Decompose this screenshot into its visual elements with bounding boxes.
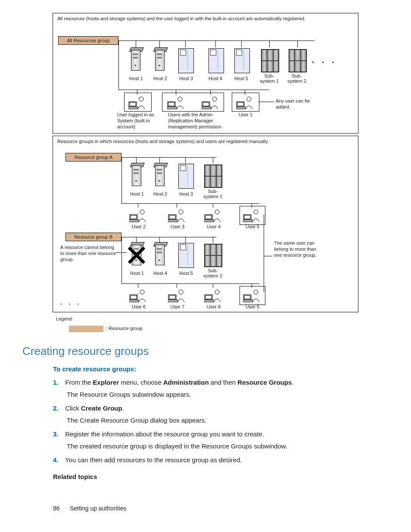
label-user2: User 2 bbox=[129, 224, 148, 229]
connector bbox=[185, 237, 186, 243]
connector bbox=[213, 203, 213, 208]
related-topics: Related topics bbox=[53, 473, 97, 480]
step-2-sub: The Create Resource Group dialog box app… bbox=[67, 416, 206, 425]
step2-text-a: Click bbox=[65, 404, 81, 412]
page-number: 86 bbox=[53, 505, 60, 512]
panel1-caption: All resources (hosts and storage systems… bbox=[57, 16, 355, 22]
user-group-box bbox=[162, 93, 224, 112]
label-b-host1: Host 1 bbox=[128, 271, 146, 276]
footer-section: Setting up authorities bbox=[70, 505, 127, 512]
connector bbox=[136, 40, 136, 47]
connector bbox=[121, 157, 122, 204]
label-a-host2: Host 2 bbox=[152, 191, 169, 196]
connector bbox=[121, 237, 216, 237]
connector bbox=[118, 40, 314, 41]
label-user5b: User 5 bbox=[243, 304, 262, 309]
ellipsis: . . . bbox=[312, 55, 337, 65]
group-label-a: Resource group A bbox=[65, 153, 121, 162]
step1-text-c: menu, choose bbox=[119, 379, 163, 386]
step1-text-d: Administration bbox=[163, 379, 209, 386]
connector bbox=[138, 283, 138, 288]
page-footer: 86 Setting up authorities bbox=[53, 505, 126, 512]
caption-any-user: Any user can be added. bbox=[276, 98, 314, 110]
user-group-box bbox=[124, 93, 152, 112]
label-user1: User 1 bbox=[236, 112, 255, 117]
ellipsis: . . . bbox=[60, 299, 81, 306]
storage-icon bbox=[209, 48, 224, 73]
step1-text-f: Resource Groups bbox=[237, 379, 292, 386]
step-3-sub: The created resource group is displayed … bbox=[67, 442, 287, 451]
connector bbox=[121, 157, 216, 158]
label-b-sub2: Sub- system 2 bbox=[200, 268, 226, 278]
step-number: 3. bbox=[53, 430, 63, 439]
label-a-host3: Host 3 bbox=[177, 191, 195, 196]
subheading: To create resource groups: bbox=[53, 365, 136, 373]
caption-same-user: The same user can belong to more than on… bbox=[274, 240, 321, 258]
user-icon bbox=[204, 288, 221, 302]
user-group-box bbox=[232, 93, 259, 112]
connector bbox=[177, 283, 177, 288]
step4-text: You can then add resources to the resour… bbox=[65, 456, 242, 464]
connector bbox=[297, 40, 298, 47]
label-user3: User 3 bbox=[168, 224, 187, 229]
step-4: 4. You can then add resources to the res… bbox=[53, 456, 372, 464]
user-icon bbox=[204, 208, 221, 222]
label-user5a: User 5 bbox=[243, 224, 262, 229]
caption-login-system: User logged in as System (built-in accou… bbox=[117, 112, 165, 130]
connector bbox=[213, 237, 213, 243]
page: All resources (hosts and storage systems… bbox=[0, 0, 411, 532]
connector bbox=[121, 283, 259, 284]
connector bbox=[118, 40, 119, 90]
host-icon bbox=[130, 163, 142, 188]
step-number: 4. bbox=[53, 456, 63, 464]
connector bbox=[241, 40, 242, 47]
step-3: 3. Register the information about the re… bbox=[53, 430, 372, 439]
connector bbox=[121, 203, 259, 204]
step-number: 1. bbox=[53, 378, 63, 387]
cross-icon bbox=[127, 244, 146, 264]
subsystem-icon bbox=[204, 244, 222, 267]
host-icon bbox=[153, 242, 165, 267]
subsystem-icon bbox=[204, 165, 222, 188]
label-host4: Host 4 bbox=[207, 76, 224, 81]
caption-cannot-belong: A resource cannot belong to more than on… bbox=[60, 245, 116, 262]
subsystem-icon bbox=[261, 49, 279, 72]
label-a-sub1: Sub- system 1 bbox=[200, 189, 226, 199]
user-icon bbox=[168, 208, 185, 222]
step2-text-c: . bbox=[122, 404, 124, 412]
user-icon bbox=[168, 288, 185, 302]
panel2-caption: Resource groups in which resources (host… bbox=[57, 139, 355, 145]
label-host1: Host 1 bbox=[128, 76, 145, 81]
label-user4: User 4 bbox=[204, 224, 223, 229]
connector bbox=[264, 256, 272, 256]
host-icon bbox=[153, 163, 165, 188]
connector bbox=[213, 283, 213, 288]
label-host5: Host 5 bbox=[233, 76, 250, 81]
host-icon bbox=[129, 47, 141, 72]
storage-icon bbox=[178, 243, 194, 268]
step1-text-e: and then bbox=[209, 379, 238, 386]
step-1-sub: The Resource Groups subwindow appears. bbox=[67, 390, 191, 399]
legend-label: Legend: bbox=[56, 316, 73, 322]
host-icon bbox=[153, 47, 165, 72]
connector bbox=[269, 40, 270, 47]
connector bbox=[159, 40, 160, 47]
connector bbox=[177, 203, 177, 208]
connector bbox=[121, 237, 122, 283]
label-sub1: Sub- system 1 bbox=[258, 73, 280, 84]
label-b-host5: Host 5 bbox=[177, 271, 195, 276]
connector bbox=[258, 102, 274, 102]
step2-text-b: Create Group bbox=[81, 404, 122, 412]
storage-icon bbox=[234, 48, 250, 73]
label-user7: User 7 bbox=[168, 304, 187, 309]
connector bbox=[138, 203, 138, 208]
user-icon bbox=[129, 288, 146, 302]
group-label-b: Resource group B bbox=[65, 233, 121, 241]
legend-swatch bbox=[69, 326, 103, 332]
label-sub2: Sub- system 2 bbox=[286, 73, 308, 84]
user-group-box bbox=[240, 286, 265, 305]
storage-icon bbox=[178, 164, 194, 189]
user-group-box bbox=[240, 206, 265, 225]
label-user8: User 8 bbox=[204, 304, 223, 309]
connector bbox=[213, 157, 213, 163]
